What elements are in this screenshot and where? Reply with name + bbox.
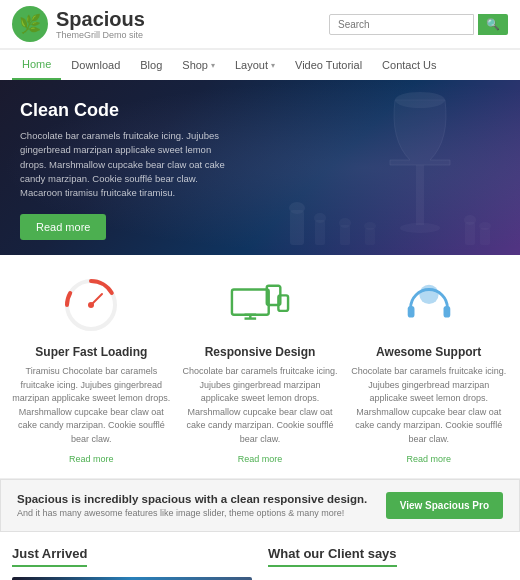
navigation: Home Download Blog Shop ▾ Layout ▾ Video…	[0, 49, 520, 80]
hero-text: Chocolate bar caramels fruitcake icing. …	[20, 129, 240, 200]
feature-responsive-title: Responsive Design	[181, 345, 340, 359]
svg-rect-26	[443, 306, 450, 318]
nav-home[interactable]: Home	[12, 50, 61, 80]
bottom-section: Just Arrived What our Client says ““ Cho…	[0, 532, 520, 580]
nav-download[interactable]: Download	[61, 51, 130, 79]
testimonial-section: What our Client says ““ Chocolate bar ca…	[268, 546, 508, 580]
feature-speed-link[interactable]: Read more	[69, 454, 114, 464]
nav-blog[interactable]: Blog	[130, 51, 172, 79]
search-input[interactable]	[329, 14, 474, 35]
promo-button[interactable]: View Spacious Pro	[386, 492, 503, 519]
hero-read-more-button[interactable]: Read more	[20, 214, 106, 240]
search-button[interactable]: 🔍	[478, 14, 508, 35]
hero-content: Clean Code Chocolate bar caramels fruitc…	[20, 100, 240, 240]
svg-point-2	[400, 223, 440, 233]
feature-support-text: Chocolate bar caramels fruitcake icing. …	[349, 365, 508, 446]
promo-text-area: Spacious is incredibly spacious with a c…	[17, 493, 374, 518]
svg-rect-9	[365, 228, 375, 245]
nav-video-tutorial[interactable]: Video Tutorial	[285, 51, 372, 79]
speed-icon	[61, 275, 121, 335]
svg-point-8	[339, 218, 351, 228]
feature-support-link[interactable]: Read more	[406, 454, 451, 464]
features-section: Super Fast Loading Tiramisu Chocolate ba…	[0, 255, 520, 479]
svg-rect-18	[232, 290, 269, 315]
nav-shop[interactable]: Shop ▾	[172, 51, 225, 79]
hero-decoration	[280, 80, 500, 255]
header: 🌿 Spacious ThemeGrill Demo site 🔍	[0, 0, 520, 49]
svg-point-17	[88, 302, 94, 308]
testimonial-title: What our Client says	[268, 546, 397, 567]
feature-responsive-link[interactable]: Read more	[238, 454, 283, 464]
nav-contact[interactable]: Contact Us	[372, 51, 446, 79]
hero-title: Clean Code	[20, 100, 240, 121]
logo-area: 🌿 Spacious ThemeGrill Demo site	[12, 6, 145, 42]
layout-chevron-icon: ▾	[271, 61, 275, 70]
feature-responsive: Responsive Design Chocolate bar caramels…	[181, 275, 340, 464]
feature-speed: Super Fast Loading Tiramisu Chocolate ba…	[12, 275, 171, 464]
support-icon	[399, 275, 459, 335]
feature-speed-title: Super Fast Loading	[12, 345, 171, 359]
just-arrived-section: Just Arrived	[12, 546, 252, 580]
promo-subtitle: And it has many awesome features like im…	[17, 508, 374, 518]
svg-point-4	[289, 202, 305, 214]
svg-rect-1	[416, 165, 424, 225]
svg-rect-13	[480, 228, 490, 245]
svg-rect-5	[315, 220, 325, 245]
logo-text: Spacious ThemeGrill Demo site	[56, 8, 145, 40]
just-arrived-title: Just Arrived	[12, 546, 87, 567]
responsive-icon	[230, 275, 290, 335]
feature-responsive-text: Chocolate bar caramels fruitcake icing. …	[181, 365, 340, 446]
promo-title: Spacious is incredibly spacious with a c…	[17, 493, 374, 505]
feature-support: Awesome Support Chocolate bar caramels f…	[349, 275, 508, 464]
svg-rect-3	[290, 210, 304, 245]
site-tagline: ThemeGrill Demo site	[56, 30, 145, 40]
logo-icon: 🌿	[12, 6, 48, 42]
feature-speed-text: Tiramisu Chocolate bar caramels fruitcak…	[12, 365, 171, 446]
svg-point-10	[364, 222, 376, 230]
svg-rect-25	[407, 306, 414, 318]
nav-layout[interactable]: Layout ▾	[225, 51, 285, 79]
shop-chevron-icon: ▾	[211, 61, 215, 70]
svg-point-24	[419, 285, 438, 304]
svg-point-6	[314, 213, 326, 223]
hero-section: Clean Code Chocolate bar caramels fruitc…	[0, 80, 520, 255]
svg-point-12	[464, 215, 476, 225]
promo-bar: Spacious is incredibly spacious with a c…	[0, 479, 520, 532]
feature-support-title: Awesome Support	[349, 345, 508, 359]
leaf-icon: 🌿	[19, 13, 41, 35]
site-name: Spacious	[56, 8, 145, 30]
svg-point-14	[479, 222, 491, 230]
svg-rect-11	[465, 222, 475, 245]
search-area: 🔍	[329, 14, 508, 35]
